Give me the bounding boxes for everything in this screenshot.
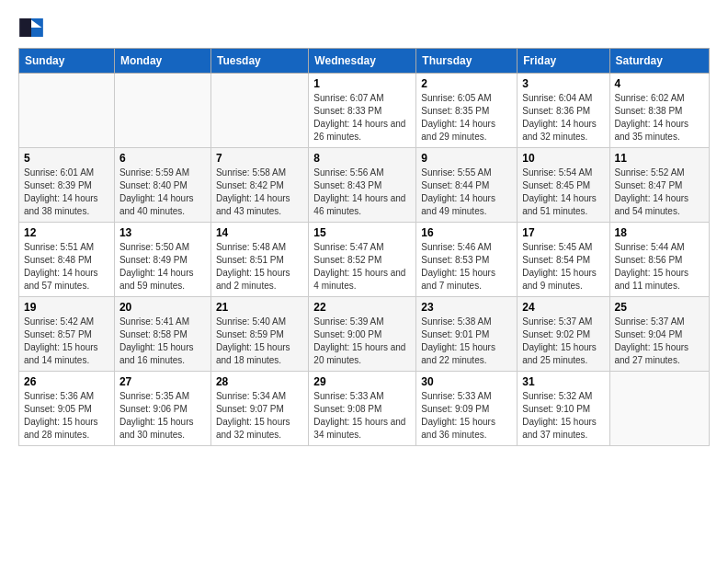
calendar-cell: 27Sunrise: 5:35 AM Sunset: 9:06 PM Dayli… — [114, 372, 210, 446]
day-number: 24 — [522, 301, 604, 314]
day-number: 19 — [24, 301, 109, 314]
calendar-cell: 17Sunrise: 5:45 AM Sunset: 8:54 PM Dayli… — [518, 223, 609, 297]
header-cell-thursday: Thursday — [416, 49, 518, 74]
day-number: 3 — [522, 77, 604, 90]
calendar-cell — [210, 74, 308, 148]
day-info: Sunrise: 5:47 AM Sunset: 8:52 PM Dayligh… — [313, 241, 411, 293]
day-info: Sunrise: 5:45 AM Sunset: 8:54 PM Dayligh… — [522, 241, 604, 293]
day-info: Sunrise: 5:37 AM Sunset: 9:02 PM Dayligh… — [522, 316, 604, 367]
day-number: 15 — [313, 226, 411, 239]
calendar-table: SundayMondayTuesdayWednesdayThursdayFrid… — [18, 48, 710, 446]
day-info: Sunrise: 5:33 AM Sunset: 9:09 PM Dayligh… — [421, 390, 512, 442]
day-info: Sunrise: 6:01 AM Sunset: 8:39 PM Dayligh… — [24, 167, 109, 218]
day-info: Sunrise: 5:34 AM Sunset: 9:07 PM Dayligh… — [216, 390, 303, 442]
day-number: 2 — [421, 77, 512, 90]
day-info: Sunrise: 6:02 AM Sunset: 8:38 PM Dayligh… — [615, 92, 705, 144]
calendar-cell: 25Sunrise: 5:37 AM Sunset: 9:04 PM Dayli… — [609, 297, 710, 372]
calendar-cell: 23Sunrise: 5:38 AM Sunset: 9:01 PM Dayli… — [416, 297, 518, 372]
calendar-cell: 3Sunrise: 6:04 AM Sunset: 8:36 PM Daylig… — [518, 74, 609, 148]
calendar-week-row: 26Sunrise: 5:36 AM Sunset: 9:05 PM Dayli… — [19, 372, 710, 446]
calendar-cell: 15Sunrise: 5:47 AM Sunset: 8:52 PM Dayli… — [309, 223, 416, 297]
calendar-cell: 28Sunrise: 5:34 AM Sunset: 9:07 PM Dayli… — [210, 372, 308, 446]
day-number: 29 — [313, 375, 411, 388]
day-info: Sunrise: 5:56 AM Sunset: 8:43 PM Dayligh… — [313, 167, 411, 218]
day-number: 14 — [216, 226, 303, 239]
svg-rect-0 — [19, 18, 31, 37]
header-row: SundayMondayTuesdayWednesdayThursdayFrid… — [19, 49, 710, 74]
day-info: Sunrise: 6:05 AM Sunset: 8:35 PM Dayligh… — [421, 92, 512, 144]
day-info: Sunrise: 5:59 AM Sunset: 8:40 PM Dayligh… — [119, 167, 206, 218]
day-info: Sunrise: 5:32 AM Sunset: 9:10 PM Dayligh… — [522, 390, 604, 442]
day-info: Sunrise: 5:35 AM Sunset: 9:06 PM Dayligh… — [119, 390, 206, 442]
calendar-cell: 18Sunrise: 5:44 AM Sunset: 8:56 PM Dayli… — [609, 223, 710, 297]
day-info: Sunrise: 5:51 AM Sunset: 8:48 PM Dayligh… — [24, 241, 109, 293]
day-number: 20 — [119, 301, 206, 314]
day-number: 22 — [313, 301, 411, 314]
day-number: 23 — [421, 301, 512, 314]
calendar-week-row: 12Sunrise: 5:51 AM Sunset: 8:48 PM Dayli… — [19, 223, 710, 297]
header-cell-tuesday: Tuesday — [210, 49, 308, 74]
day-info: Sunrise: 5:50 AM Sunset: 8:49 PM Dayligh… — [119, 241, 206, 293]
day-number: 31 — [522, 375, 604, 388]
logo — [18, 18, 48, 37]
day-info: Sunrise: 6:04 AM Sunset: 8:36 PM Dayligh… — [522, 92, 604, 144]
calendar-cell: 30Sunrise: 5:33 AM Sunset: 9:09 PM Dayli… — [416, 372, 518, 446]
calendar-cell: 13Sunrise: 5:50 AM Sunset: 8:49 PM Dayli… — [114, 223, 210, 297]
calendar-cell: 22Sunrise: 5:39 AM Sunset: 9:00 PM Dayli… — [309, 297, 416, 372]
calendar-week-row: 1Sunrise: 6:07 AM Sunset: 8:33 PM Daylig… — [19, 74, 710, 148]
header-cell-wednesday: Wednesday — [309, 49, 416, 74]
day-number: 10 — [522, 152, 604, 165]
calendar-cell: 7Sunrise: 5:58 AM Sunset: 8:42 PM Daylig… — [210, 148, 308, 223]
day-info: Sunrise: 5:54 AM Sunset: 8:45 PM Dayligh… — [522, 167, 604, 218]
calendar-cell: 5Sunrise: 6:01 AM Sunset: 8:39 PM Daylig… — [19, 148, 115, 223]
calendar-cell — [19, 74, 115, 148]
day-info: Sunrise: 5:36 AM Sunset: 9:05 PM Dayligh… — [24, 390, 109, 442]
day-info: Sunrise: 5:44 AM Sunset: 8:56 PM Dayligh… — [615, 241, 705, 293]
calendar-cell: 20Sunrise: 5:41 AM Sunset: 8:58 PM Dayli… — [114, 297, 210, 372]
calendar-cell: 10Sunrise: 5:54 AM Sunset: 8:45 PM Dayli… — [518, 148, 609, 223]
day-info: Sunrise: 5:42 AM Sunset: 8:57 PM Dayligh… — [24, 316, 109, 367]
calendar-cell: 6Sunrise: 5:59 AM Sunset: 8:40 PM Daylig… — [114, 148, 210, 223]
calendar-cell: 12Sunrise: 5:51 AM Sunset: 8:48 PM Dayli… — [19, 223, 115, 297]
day-number: 8 — [313, 152, 411, 165]
day-info: Sunrise: 5:58 AM Sunset: 8:42 PM Dayligh… — [216, 167, 303, 218]
day-number: 21 — [216, 301, 303, 314]
day-number: 17 — [522, 226, 604, 239]
calendar-header: SundayMondayTuesdayWednesdayThursdayFrid… — [19, 49, 710, 74]
day-number: 6 — [119, 152, 206, 165]
header-cell-monday: Monday — [114, 49, 210, 74]
day-number: 27 — [119, 375, 206, 388]
calendar-week-row: 5Sunrise: 6:01 AM Sunset: 8:39 PM Daylig… — [19, 148, 710, 223]
day-info: Sunrise: 5:41 AM Sunset: 8:58 PM Dayligh… — [119, 316, 206, 367]
day-number: 30 — [421, 375, 512, 388]
day-number: 7 — [216, 152, 303, 165]
day-number: 12 — [24, 226, 109, 239]
day-info: Sunrise: 5:40 AM Sunset: 8:59 PM Dayligh… — [216, 316, 303, 367]
calendar-cell: 24Sunrise: 5:37 AM Sunset: 9:02 PM Dayli… — [518, 297, 609, 372]
day-info: Sunrise: 5:46 AM Sunset: 8:53 PM Dayligh… — [421, 241, 512, 293]
day-number: 1 — [313, 77, 411, 90]
calendar-cell: 31Sunrise: 5:32 AM Sunset: 9:10 PM Dayli… — [518, 372, 609, 446]
day-info: Sunrise: 5:39 AM Sunset: 9:00 PM Dayligh… — [313, 316, 411, 367]
day-info: Sunrise: 5:38 AM Sunset: 9:01 PM Dayligh… — [421, 316, 512, 367]
day-info: Sunrise: 5:37 AM Sunset: 9:04 PM Dayligh… — [615, 316, 705, 367]
day-number: 16 — [421, 226, 512, 239]
day-number: 5 — [24, 152, 109, 165]
calendar-cell: 1Sunrise: 6:07 AM Sunset: 8:33 PM Daylig… — [309, 74, 416, 148]
header-cell-sunday: Sunday — [19, 49, 115, 74]
calendar-week-row: 19Sunrise: 5:42 AM Sunset: 8:57 PM Dayli… — [19, 297, 710, 372]
calendar-cell: 19Sunrise: 5:42 AM Sunset: 8:57 PM Dayli… — [19, 297, 115, 372]
day-number: 11 — [615, 152, 705, 165]
day-number: 18 — [615, 226, 705, 239]
calendar-cell: 2Sunrise: 6:05 AM Sunset: 8:35 PM Daylig… — [416, 74, 518, 148]
header-cell-saturday: Saturday — [609, 49, 710, 74]
calendar-cell — [114, 74, 210, 148]
day-number: 28 — [216, 375, 303, 388]
calendar-cell: 26Sunrise: 5:36 AM Sunset: 9:05 PM Dayli… — [19, 372, 115, 446]
calendar-cell: 11Sunrise: 5:52 AM Sunset: 8:47 PM Dayli… — [609, 148, 710, 223]
day-info: Sunrise: 6:07 AM Sunset: 8:33 PM Dayligh… — [313, 92, 411, 144]
calendar-cell: 9Sunrise: 5:55 AM Sunset: 8:44 PM Daylig… — [416, 148, 518, 223]
day-info: Sunrise: 5:48 AM Sunset: 8:51 PM Dayligh… — [216, 241, 303, 293]
header-cell-friday: Friday — [518, 49, 609, 74]
day-info: Sunrise: 5:52 AM Sunset: 8:47 PM Dayligh… — [615, 167, 705, 218]
